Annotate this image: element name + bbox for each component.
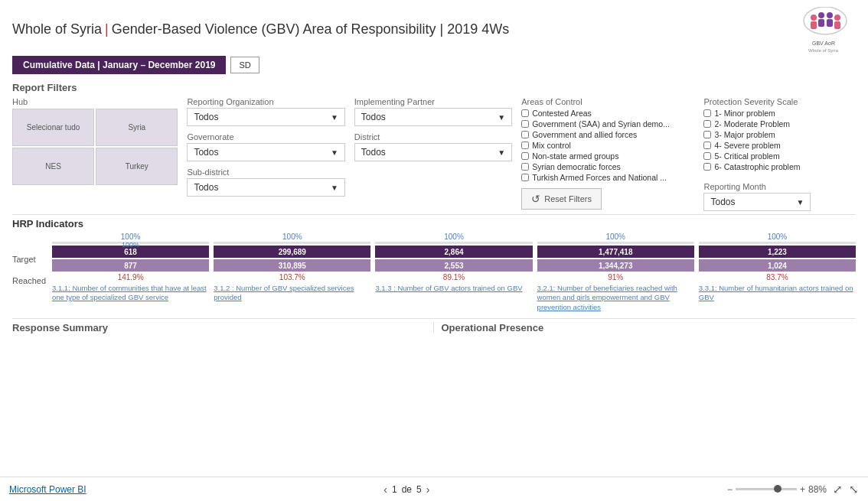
area-item-3[interactable]: Mix control [521,141,694,150]
prot-checkbox-0[interactable] [703,109,711,117]
indicator-3-2-1: 100% 1,477,418 1,344,273 91% 3.2.1: Numb… [537,233,694,312]
implementing-partner-select[interactable]: Todos ▼ [354,108,512,126]
svg-text:Whole of Syria: Whole of Syria [808,48,839,53]
implementing-partner-arrow: ▼ [498,113,505,122]
prot-checkbox-3[interactable] [703,142,711,149]
area-checkbox-1[interactable] [521,120,529,128]
page-current: 1 [392,484,397,495]
indicator-3-1-1: 100% 100% 618 877 141.9% 3.1.1: Number o… [52,233,209,312]
prot-checkbox-1[interactable] [703,120,711,128]
hub-item-turkey[interactable]: Turkey [96,148,178,185]
implementing-partner-label: Implementing Partner [354,97,512,106]
prot-item-3[interactable]: 4- Severe problem [703,141,856,150]
zoom-control[interactable]: − + 88% [727,484,827,495]
hrp-title: HRP Indicators [12,218,856,229]
governorate-select[interactable]: Todos ▼ [187,143,344,161]
hub-item-selecionar[interactable]: Selecionar tudo [12,109,94,146]
indicator-3-3-1: 100% 1,223 1,024 83.7% 3.3.1: Number of … [699,233,856,312]
logo: GBV AoR Whole of Syria [795,5,856,54]
powerbi-link[interactable]: Microsoft Power BI [9,484,86,495]
sub-district-arrow: ▼ [331,184,338,192]
prot-item-4[interactable]: 5- Critical problem [703,151,856,161]
reset-icon: ↺ [531,193,540,205]
operational-presence-section: Operational Presence [434,322,857,333]
zoom-pct: 88% [808,484,827,495]
reporting-org-arrow: ▼ [331,113,338,122]
area-item-0[interactable]: Contested Areas [521,109,694,118]
area-checkbox-5[interactable] [521,163,529,171]
indicator-desc-4[interactable]: 3.3.1: Number of humanitarian actors tra… [699,284,856,303]
operational-presence-title: Operational Presence [442,322,857,333]
zoom-minus-icon[interactable]: − [727,484,733,495]
svg-point-3 [818,12,824,18]
page-sep: de [402,484,412,495]
indicator-desc-3[interactable]: 3.2.1: Number of beneficiaries reached w… [537,284,694,312]
svg-point-7 [834,15,840,21]
prot-item-1[interactable]: 2- Moderate Problem [703,119,856,129]
svg-point-5 [827,12,833,18]
svg-rect-6 [827,19,833,27]
reached-label: Reached [12,275,52,286]
indicator-desc-1[interactable]: 3.1.2 : Number of GBV specialized servic… [214,284,370,303]
protection-severity-label: Protection Severity Scale [703,97,856,106]
report-filters-title: Report Filters [12,82,856,93]
area-checkbox-6[interactable] [521,174,529,181]
area-item-4[interactable]: Non-state armed groups [521,151,694,161]
sub-district-label: Sub-district [187,168,512,177]
district-label: District [354,132,512,142]
prot-checkbox-2[interactable] [703,131,711,138]
governorate-label: Governorate [187,132,344,142]
share-icon[interactable]: ⤢ [833,483,843,496]
svg-rect-2 [811,21,817,29]
reporting-month-select[interactable]: Todos ▼ [703,193,811,211]
zoom-plus-icon[interactable]: + [800,484,805,495]
reporting-org-label: Reporting Organization [187,97,344,106]
prot-item-2[interactable]: 3- Major problem [703,130,856,139]
area-item-1[interactable]: Government (SAA) and Syrian demo... [521,119,694,129]
svg-point-0 [804,7,847,34]
area-item-6[interactable]: Turkish Armed Forces and National ... [521,173,694,182]
target-label: Target [12,254,52,265]
district-arrow: ▼ [498,148,505,157]
areas-of-control-label: Areas of Control [521,97,694,106]
area-item-5[interactable]: Syrian democratic forces [521,162,694,171]
prot-item-5[interactable]: 6- Catastrophic problem [703,162,856,171]
reset-filters-button[interactable]: ↺ Reset Filters [521,188,602,210]
reporting-month-label: Reporting Month [703,182,856,191]
expand-icon[interactable]: ⤡ [849,483,859,496]
reporting-org-select[interactable]: Todos ▼ [187,108,344,126]
area-checkbox-2[interactable] [521,131,529,138]
hub-label: Hub [12,97,178,106]
indicator-3-1-2: 100% 299,689 310,895 103.7% 3.1.2 : Numb… [214,233,370,312]
svg-rect-8 [834,21,840,29]
pagination: ‹ 1 de 5 › [383,483,429,496]
prev-page-button[interactable]: ‹ [383,483,387,496]
governorate-arrow: ▼ [331,148,338,157]
page-title: Whole of Syria | Gender-Based Violence (… [12,21,509,37]
response-summary-title: Response Summary [12,322,427,333]
hub-item-syria[interactable]: Syria [96,109,178,146]
response-summary-section: Response Summary [12,322,434,333]
prot-item-0[interactable]: 1- Minor problem [703,109,856,118]
area-checkbox-3[interactable] [521,142,529,149]
reporting-month-arrow: ▼ [797,198,804,207]
page-total: 5 [416,484,422,495]
next-page-button[interactable]: › [426,483,430,496]
prot-checkbox-5[interactable] [703,163,711,171]
hub-grid: Selecionar tudo Syria NES Turkey [12,109,178,185]
indicator-desc-2[interactable]: 3.1.3 : Number of GBV actors trained on … [375,284,532,293]
sub-district-select[interactable]: Todos ▼ [187,178,344,197]
hub-item-nes[interactable]: NES [12,148,94,185]
indicator-desc-0[interactable]: 3.1.1: Number of communities that have a… [52,284,209,303]
svg-point-1 [811,15,817,21]
prot-checkbox-4[interactable] [703,152,711,160]
svg-rect-4 [818,19,824,27]
indicator-3-1-3: 100% 2,864 2,553 89.1% 3.1.3 : Number of… [375,233,532,312]
svg-text:GBV AoR: GBV AoR [812,41,835,46]
district-select[interactable]: Todos ▼ [354,143,512,161]
area-checkbox-4[interactable] [521,152,529,160]
sd-button[interactable]: SD [230,57,259,73]
cumulative-bar: Cumulative Data | January – December 201… [12,56,226,74]
area-checkbox-0[interactable] [521,109,529,117]
area-item-2[interactable]: Government and allied forces [521,130,694,139]
